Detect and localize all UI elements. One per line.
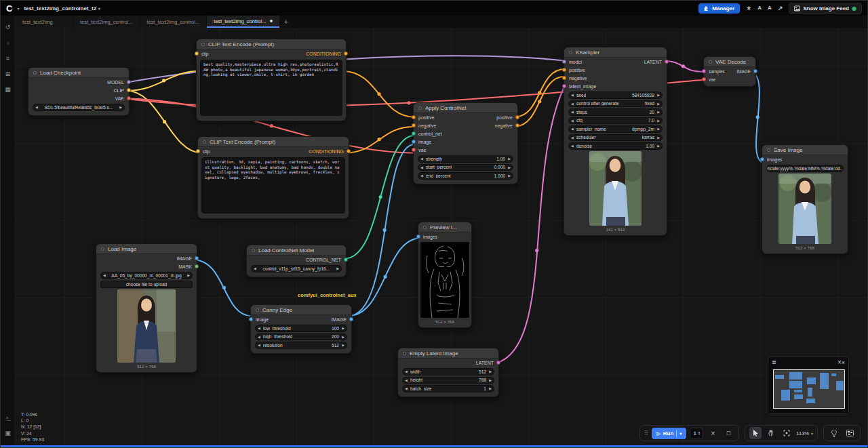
run-options-chevron-icon[interactable] [679, 431, 682, 436]
collapse-dot-icon[interactable] [256, 308, 259, 312]
node-load-image[interactable]: Load Image IMAGE MASK AA_05_by_00000_m_0… [96, 243, 197, 373]
collapse-dot-icon[interactable] [569, 51, 572, 54]
sampler-name-widget[interactable]: sampler_namedpmpp_2m [568, 125, 663, 133]
star-icon[interactable] [746, 5, 751, 12]
scheduler-widget[interactable]: schedulerkarras [568, 134, 663, 142]
node-apply-controlnet[interactable]: Apply ControlNet positive positive negat… [413, 102, 518, 184]
node-load-controlnet-model[interactable]: Load ControlNet Model CONTROL_NET contro… [246, 245, 347, 277]
input-pin-vae[interactable] [412, 148, 416, 152]
output-pin-latent[interactable] [496, 361, 500, 365]
output-pin-clip[interactable] [127, 88, 131, 92]
node-library-icon[interactable] [6, 56, 9, 62]
input-pin-control-net[interactable] [412, 131, 416, 136]
toggle-minimap-button[interactable] [844, 427, 856, 439]
width-widget[interactable]: width512 [402, 368, 494, 375]
count-spinner[interactable]: ▴▾ [698, 431, 701, 435]
output-pin-conditioning[interactable] [344, 52, 348, 56]
share-icon[interactable] [778, 5, 783, 12]
input-pin-samples[interactable] [702, 69, 706, 73]
run-button[interactable]: Run [652, 428, 686, 439]
prev-arrow-icon[interactable] [103, 272, 106, 279]
output-pin-conditioning[interactable] [347, 149, 351, 153]
node-ksampler[interactable]: KSampler model LATENT positive negative … [564, 47, 667, 236]
new-workflow-button[interactable] [280, 16, 292, 28]
next-arrow-icon[interactable] [187, 272, 190, 279]
workflow-name-menu[interactable]: test_text2img_controlnet_t2 [24, 5, 100, 12]
fit-view-button[interactable] [781, 427, 793, 439]
stop-icon[interactable] [722, 427, 734, 439]
notification-a-icon[interactable]: A [757, 5, 762, 11]
minimap-panel[interactable]: × [768, 357, 849, 414]
drag-handle-icon[interactable] [644, 430, 649, 436]
node-clip-text-encode-negative[interactable]: CLIP Text Encode (Prompt) clip CONDITION… [197, 136, 349, 219]
input-pin-positive[interactable] [562, 68, 566, 72]
collapse-dot-icon[interactable] [101, 247, 104, 251]
model-library-icon[interactable] [5, 71, 11, 77]
resolution-widget[interactable]: resolution512 [255, 342, 347, 349]
negative-prompt-textarea[interactable]: illustration, 3d, sepia, painting, carto… [201, 157, 345, 213]
prev-arrow-icon[interactable] [254, 266, 256, 272]
input-pin-image[interactable] [412, 140, 416, 144]
positive-prompt-textarea[interactable]: best quality,masterpiece,ultra high res,… [200, 60, 342, 116]
start-percent-widget[interactable]: start_percent0.000 [418, 164, 513, 171]
manager-button[interactable]: Manager [698, 3, 740, 14]
filename-prefix-widget[interactable]: %date:yyyy%-%date:MM%-%date:dd... [766, 165, 844, 172]
output-pin-control-net[interactable] [344, 258, 348, 262]
output-pin-positive[interactable] [515, 115, 519, 119]
output-pin-latent[interactable] [665, 60, 669, 64]
next-arrow-icon[interactable] [336, 266, 339, 272]
image-file-widget[interactable]: AA_05_by_00000_m_00001_m.jpg [100, 272, 193, 279]
input-pin-images[interactable] [416, 235, 420, 239]
strength-widget[interactable]: strength1.00 [418, 155, 513, 163]
collapse-dot-icon[interactable] [252, 249, 255, 252]
batch-count-input[interactable]: 1▴▾ [690, 428, 703, 439]
tab-workflow-1[interactable]: test_text2img [16, 16, 73, 28]
output-pin-image[interactable] [195, 256, 199, 260]
node-preview-image[interactable]: Preview I... images 512 × 768 [418, 222, 472, 328]
select-tool-button[interactable] [749, 427, 762, 439]
templates-icon[interactable] [5, 430, 11, 436]
input-pin-images[interactable] [760, 157, 764, 161]
node-empty-latent-image[interactable]: Empty Latent Image LATENT width512 heigh… [397, 348, 499, 397]
minimap-close-icon[interactable]: × [837, 359, 845, 366]
collapse-dot-icon[interactable] [709, 60, 712, 64]
tab-workflow-2[interactable]: test_text2img_control... [73, 16, 140, 28]
collapse-dot-icon[interactable] [201, 43, 205, 46]
tab-workflow-3[interactable]: test_text2img_control... [140, 16, 207, 28]
node-title-bar[interactable]: Load Checkpoint [28, 68, 129, 78]
minimap-layers-icon[interactable] [772, 359, 776, 365]
comfyui-logo[interactable]: C [6, 4, 12, 13]
input-pin-positive[interactable] [412, 115, 416, 119]
control-after-generate-widget[interactable]: control after generatefixed [568, 100, 663, 108]
input-pin-latent-image[interactable] [562, 84, 566, 88]
denoise-widget[interactable]: denoise1.00 [568, 142, 663, 150]
clear-queue-icon[interactable] [707, 427, 719, 439]
prev-arrow-icon[interactable] [35, 104, 38, 110]
controlnet-name-widget[interactable]: control_v11p_sd15_canny_fp16... [251, 265, 342, 272]
pan-tool-button[interactable] [765, 427, 777, 439]
node-graph-canvas[interactable]: Load Checkpoint MODEL CLIP VAE SD1.5\bea… [1, 1, 867, 447]
input-pin-vae[interactable] [702, 77, 706, 81]
steps-widget[interactable]: steps20 [568, 108, 663, 116]
next-arrow-icon[interactable] [119, 104, 122, 110]
output-pin-image[interactable] [753, 69, 757, 73]
ckpt-name-widget[interactable]: SD1.5\beautifulRealistic_brav5.s... [33, 104, 125, 111]
end-percent-widget[interactable]: end_percent1.000 [418, 172, 513, 180]
output-pin-image[interactable] [349, 317, 353, 321]
input-pin-clip[interactable] [196, 149, 200, 153]
batch-size-widget[interactable]: batch_size1 [402, 385, 494, 392]
seed-widget[interactable]: seed584105828 [568, 91, 663, 99]
collapse-dot-icon[interactable] [203, 140, 206, 144]
input-pin-model[interactable] [562, 60, 566, 64]
workflows-gallery-icon[interactable] [5, 87, 11, 93]
workflow-history-icon[interactable] [5, 24, 11, 30]
terminal-icon[interactable] [6, 415, 10, 421]
upload-button[interactable]: choose file to upload [100, 281, 193, 288]
height-widget[interactable]: height768 [402, 377, 494, 384]
node-clip-text-encode-positive[interactable]: CLIP Text Encode (Prompt) clip CONDITION… [196, 39, 347, 121]
node-canny-edge[interactable]: Canny Edge image IMAGE low_threshold100 … [250, 304, 352, 354]
minimap-area[interactable] [768, 367, 848, 413]
output-pin-negative[interactable] [515, 123, 519, 127]
cfg-widget[interactable]: cfg7.0 [568, 117, 663, 125]
notification-a2-icon[interactable]: A [768, 5, 772, 11]
